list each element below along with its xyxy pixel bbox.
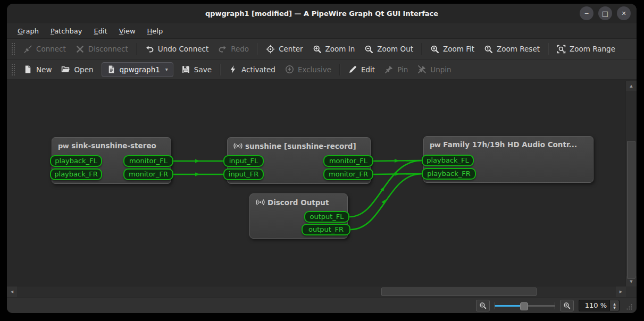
- redo-button[interactable]: Redo: [213, 42, 254, 56]
- zoom-fit-icon: [430, 45, 439, 54]
- wire-arrow-icon: [195, 159, 200, 163]
- zoom-spinbox-steppers[interactable]: ▲ ▼: [609, 300, 620, 311]
- port-input[interactable]: playback_FL: [50, 155, 102, 167]
- vertical-scroll-thumb[interactable]: [627, 141, 635, 279]
- statusbar-zoom-in-button[interactable]: [560, 300, 574, 311]
- menu-edit[interactable]: Edit: [88, 25, 113, 37]
- statusbar: 110 % ▲ ▼: [7, 297, 637, 313]
- zoom-reset-icon: [484, 45, 493, 54]
- redo-icon: [218, 45, 227, 54]
- lightning-icon: [229, 65, 238, 74]
- open-button[interactable]: Open: [56, 62, 98, 77]
- zoom-range-icon: [557, 45, 566, 54]
- disconnect-icon: [76, 45, 85, 54]
- zoom-spinbox[interactable]: 110 % ▲ ▼: [579, 300, 620, 311]
- port-input[interactable]: playback_FL: [422, 155, 474, 166]
- graph-toolbar: Connect Disconnect Undo Connect Redo Cen…: [7, 39, 637, 60]
- zoom-fit-button[interactable]: Zoom Fit: [425, 42, 479, 56]
- zoom-out-icon: [364, 45, 373, 54]
- toolbar-separator: [339, 64, 340, 75]
- menubar: Graph Patchbay Edit View Help: [7, 23, 637, 39]
- connections-layer: [7, 81, 625, 289]
- port-output[interactable]: output_FL: [304, 211, 349, 223]
- zoom-range-button[interactable]: Zoom Range: [552, 42, 620, 56]
- menu-help[interactable]: Help: [141, 25, 169, 37]
- close-button[interactable]: ✕: [617, 6, 631, 20]
- toolbar-drag-handle[interactable]: [11, 43, 15, 55]
- activated-toggle[interactable]: Activated: [224, 62, 280, 77]
- connection-wire[interactable]: [350, 174, 422, 230]
- scrollbar-corner: [626, 286, 637, 297]
- menu-patchbay[interactable]: Patchbay: [45, 25, 88, 37]
- port-output[interactable]: monitor_FL: [123, 155, 173, 167]
- menu-view[interactable]: View: [113, 25, 141, 37]
- port-input[interactable]: playback_FR: [422, 168, 476, 180]
- menu-graph[interactable]: Graph: [12, 25, 45, 37]
- graph-viewport[interactable]: pw sink-sunshine-stereo sunshine [sunshi…: [7, 81, 625, 289]
- port-output[interactable]: output_FR: [302, 224, 350, 235]
- toolbar-separator: [220, 64, 221, 75]
- pin-button[interactable]: Pin: [380, 62, 413, 77]
- center-button[interactable]: Center: [261, 42, 307, 56]
- port-input[interactable]: input_FR: [223, 168, 264, 180]
- maximize-button[interactable]: □: [598, 6, 612, 20]
- minimize-icon: ─: [585, 11, 589, 16]
- zoom-in-icon: [563, 302, 571, 309]
- new-button[interactable]: New: [19, 62, 56, 77]
- disconnect-button[interactable]: Disconnect: [71, 42, 133, 56]
- zoom-in-icon: [313, 45, 322, 54]
- document-icon: [107, 65, 116, 74]
- zoom-out-icon: [479, 302, 487, 309]
- spin-up-icon[interactable]: ▲: [613, 302, 616, 306]
- zoom-slider-fill: [495, 305, 522, 307]
- save-icon: [181, 65, 190, 74]
- port-output[interactable]: monitor_FR: [323, 168, 373, 180]
- graph-canvas-area: pw sink-sunshine-stereo sunshine [sunshi…: [7, 80, 637, 297]
- titlebar[interactable]: qpwgraph1 [modified] — A PipeWire Graph …: [7, 4, 637, 23]
- zoom-out-button[interactable]: Zoom Out: [359, 42, 418, 56]
- toolbar-separator: [548, 43, 549, 55]
- lightning-circle-icon: [285, 65, 294, 74]
- zoom-slider-handle[interactable]: [520, 302, 528, 310]
- close-icon: ✕: [621, 11, 626, 16]
- pencil-icon: [348, 65, 357, 74]
- port-input[interactable]: playback_FR: [50, 168, 102, 180]
- port-input[interactable]: input_FL: [223, 155, 264, 167]
- zoom-value[interactable]: 110 %: [579, 300, 609, 311]
- app-window: qpwgraph1 [modified] — A PipeWire Graph …: [7, 4, 637, 313]
- wire-arrow-icon: [395, 159, 399, 163]
- connect-icon: [23, 45, 32, 54]
- save-button[interactable]: Save: [177, 62, 216, 77]
- toolbar-separator: [257, 43, 258, 55]
- new-file-icon: [23, 65, 32, 74]
- horizontal-scroll-thumb[interactable]: [381, 288, 537, 296]
- patchbay-select[interactable]: qpwgraph1 ▾: [102, 62, 173, 77]
- zoom-slider[interactable]: [495, 301, 555, 310]
- resize-grip[interactable]: [625, 303, 633, 310]
- toolbar-drag-handle[interactable]: [11, 63, 15, 76]
- undo-connect-button[interactable]: Undo Connect: [140, 42, 213, 56]
- minimize-button[interactable]: ─: [580, 6, 593, 20]
- exclusive-toggle[interactable]: Exclusive: [280, 62, 336, 77]
- statusbar-zoom-out-button[interactable]: [476, 300, 490, 311]
- chevron-down-icon: ▾: [165, 66, 168, 72]
- patchbay-select-value: qpwgraph1: [120, 65, 160, 74]
- toolbar-separator: [136, 43, 137, 55]
- open-folder-icon: [61, 65, 70, 74]
- zoom-in-button[interactable]: Zoom In: [308, 42, 360, 56]
- toolbar-separator: [421, 43, 422, 55]
- port-output[interactable]: monitor_FR: [123, 168, 173, 180]
- connect-button[interactable]: Connect: [19, 42, 71, 56]
- patchbay-toolbar: New Open qpwgraph1 ▾ Save Activated Excl…: [7, 60, 637, 80]
- window-title: qpwgraph1 [modified] — A PipeWire Graph …: [7, 4, 637, 23]
- zoom-reset-button[interactable]: Zoom Reset: [479, 42, 545, 56]
- spin-down-icon[interactable]: ▼: [613, 306, 616, 309]
- port-output[interactable]: monitor_FL: [323, 155, 373, 167]
- wire-arrow-icon: [195, 173, 200, 176]
- vertical-scroll-track[interactable]: [626, 91, 637, 276]
- unpin-button[interactable]: Unpin: [413, 62, 456, 77]
- vertical-scrollbar[interactable]: ▲ ▼: [625, 81, 637, 286]
- scroll-up-icon[interactable]: ▲: [626, 81, 637, 91]
- edit-button[interactable]: Edit: [344, 62, 380, 77]
- wire-arrow-icon: [395, 172, 399, 176]
